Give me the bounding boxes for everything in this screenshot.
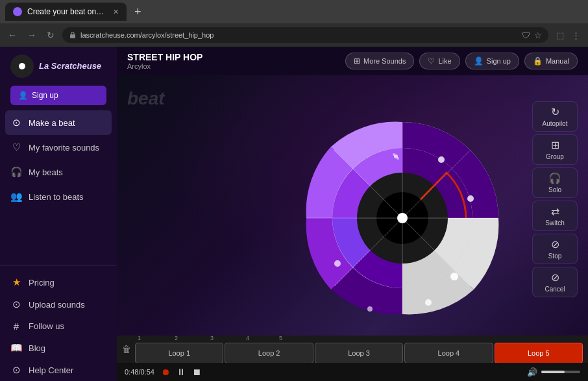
stop-label: Stop: [548, 252, 562, 260]
tab-close-button[interactable]: ✕: [113, 8, 119, 16]
menu-icon[interactable]: ⋮: [569, 29, 583, 42]
pause-button[interactable]: ⏸: [177, 367, 186, 377]
blog-icon: 📖: [10, 342, 22, 354]
active-tab[interactable]: Create your beat on *Stree… ✕: [5, 3, 127, 21]
extensions-icon[interactable]: ⬚: [554, 29, 567, 42]
stop-button[interactable]: ⊘ Stop: [532, 234, 578, 264]
loop-marker-1: 1: [138, 336, 141, 341]
circle-visualizer[interactable]: [299, 114, 506, 322]
pricing-icon: ★: [10, 277, 22, 288]
track-artist: Arcylox: [127, 62, 202, 70]
group-button[interactable]: ⊞ Group: [532, 134, 578, 165]
favorites-label: My favorite sounds: [29, 143, 99, 153]
main-header: STREET HIP HOP Arcylox ⊞ More Sounds ♡ L…: [117, 47, 588, 75]
url-bar[interactable]: lascratcheuse.com/arcylox/street_hip_hop…: [62, 27, 548, 43]
refresh-button[interactable]: ↻: [44, 29, 57, 42]
url-text: lascratcheuse.com/arcylox/street_hip_hop: [80, 31, 214, 39]
stop-playback-button[interactable]: ⏹: [192, 367, 201, 377]
listen-label: Listen to beats: [29, 192, 84, 202]
solo-button[interactable]: 🎧 Solo: [532, 167, 578, 198]
volume-slider[interactable]: [541, 371, 580, 373]
svg-rect-0: [70, 34, 75, 38]
sidebar: La Scratcheuse 👤 Sign up ⊙ Make a beat ♡…: [0, 47, 117, 381]
main-content: STREET HIP HOP Arcylox ⊞ More Sounds ♡ L…: [117, 47, 588, 381]
sign-up-header-button[interactable]: 👤 Sign up: [465, 53, 519, 69]
signup-button[interactable]: 👤 Sign up: [10, 86, 106, 105]
sidebar-item-blog[interactable]: 📖 Blog: [0, 337, 117, 359]
solo-label: Solo: [548, 186, 561, 193]
switch-button[interactable]: ⇄ Switch: [532, 201, 578, 231]
autopilot-button[interactable]: ↻ Autopilot: [532, 101, 578, 132]
beat-label: beat: [127, 88, 165, 109]
beat-workspace: beat: [117, 75, 588, 336]
svg-point-15: [334, 260, 341, 267]
lock-icon: [69, 31, 77, 39]
svg-point-13: [425, 299, 432, 306]
loop-item-3[interactable]: Loop 3: [315, 343, 403, 363]
follow-label: Follow us: [29, 321, 64, 331]
manual-icon: 🔒: [533, 56, 543, 66]
browser-actions: ⬚ ⋮: [554, 29, 583, 42]
loop-marker-3: 3: [210, 336, 214, 341]
sidebar-item-pricing[interactable]: ★ Pricing: [0, 271, 117, 293]
more-sounds-button[interactable]: ⊞ More Sounds: [345, 53, 414, 69]
cancel-button[interactable]: ⊘ Cancel: [532, 267, 578, 297]
my-beats-label: My beats: [29, 167, 63, 177]
loop-item-4[interactable]: Loop 4: [404, 343, 493, 363]
logo-text: La Scratcheuse: [39, 61, 101, 71]
loop-marker-5: 5: [279, 336, 282, 341]
loop-item-2[interactable]: Loop 2: [225, 343, 313, 363]
shield-icon: 🛡: [522, 31, 530, 40]
volume-fill: [541, 371, 565, 373]
logo-circle: [10, 55, 34, 78]
sidebar-item-my-beats[interactable]: 🎧 My beats: [0, 160, 117, 184]
url-icons: 🛡 ☆: [522, 31, 542, 40]
cancel-btn-wrap: ⊘ Cancel: [532, 267, 578, 297]
circle-svg: [299, 114, 506, 322]
signup-label: Sign up: [32, 91, 58, 100]
sidebar-item-follow[interactable]: # Follow us: [0, 315, 117, 337]
sidebar-bottom: ★ Pricing ⊙ Upload sounds # Follow us 📖 …: [0, 265, 117, 381]
new-tab-button[interactable]: +: [129, 5, 147, 19]
group-icon: ⊞: [551, 139, 559, 151]
loops-row: 🗑 1 2 3 4 5 Loop 1 Lo: [117, 336, 588, 363]
help-label: Help Center: [29, 365, 73, 375]
star-icon[interactable]: ☆: [534, 31, 542, 40]
upload-label: Upload sounds: [29, 300, 85, 310]
like-icon: ♡: [428, 56, 435, 66]
help-icon: ⊙: [10, 364, 22, 376]
time-current: 0:48/0:54: [125, 368, 154, 376]
delete-loop-icon[interactable]: 🗑: [122, 344, 131, 354]
svg-point-17: [397, 157, 399, 160]
svg-point-10: [438, 156, 445, 163]
follow-icon: #: [10, 321, 22, 332]
like-button[interactable]: ♡ Like: [419, 53, 459, 69]
sign-up-label: Sign up: [487, 57, 511, 65]
sidebar-item-upload[interactable]: ⊙ Upload sounds: [0, 293, 117, 315]
app: La Scratcheuse 👤 Sign up ⊙ Make a beat ♡…: [0, 47, 588, 381]
loop-marker-2: 2: [175, 336, 178, 341]
group-label: Group: [546, 153, 564, 160]
svg-point-18: [393, 153, 395, 156]
manual-button[interactable]: 🔒 Manual: [524, 53, 578, 69]
sidebar-item-favorites[interactable]: ♡ My favorite sounds: [0, 135, 117, 160]
sidebar-item-help[interactable]: ⊙ Help Center: [0, 359, 117, 381]
stop-btn-wrap: ⊘ Stop: [532, 234, 578, 264]
switch-label: Switch: [545, 219, 564, 227]
sidebar-item-make-beat[interactable]: ⊙ Make a beat: [5, 110, 112, 135]
cancel-label: Cancel: [545, 286, 565, 293]
solo-btn-wrap: 🎧 Solo: [532, 167, 578, 198]
volume-icon[interactable]: 🔊: [527, 367, 537, 377]
loop-item-1[interactable]: Loop 1: [135, 343, 223, 363]
autopilot-icon: ↻: [551, 106, 559, 118]
more-sounds-label: More Sounds: [363, 57, 406, 65]
record-button[interactable]: ⏺: [161, 367, 170, 377]
sidebar-item-listen[interactable]: 👥 Listen to beats: [0, 184, 117, 209]
forward-button[interactable]: →: [25, 29, 39, 42]
loop-item-5[interactable]: Loop 5: [495, 343, 583, 363]
cancel-icon: ⊘: [551, 271, 559, 284]
upload-icon: ⊙: [10, 299, 22, 310]
back-button[interactable]: ←: [5, 29, 19, 42]
sidebar-logo: La Scratcheuse: [0, 47, 117, 86]
sidebar-nav: ⊙ Make a beat ♡ My favorite sounds 🎧 My …: [0, 110, 117, 265]
